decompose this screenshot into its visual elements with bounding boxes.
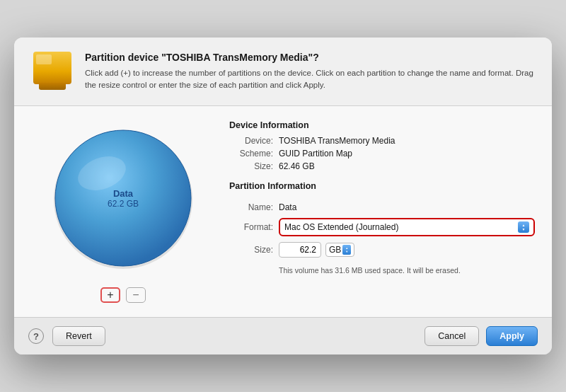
drive-icon	[31, 52, 74, 94]
help-button[interactable]: ?	[28, 328, 44, 344]
pie-chart: Data 62.2 GB	[45, 120, 201, 276]
dialog-title: Partition device "TOSHIBA TransMemory Me…	[85, 52, 535, 63]
scheme-row: Scheme: GUID Partition Map	[229, 149, 535, 158]
chart-area: Data 62.2 GB + −	[31, 120, 215, 303]
dialog-body: Data 62.2 GB + − Device Information Devi…	[14, 106, 552, 317]
dialog-description: Click add (+) to increase the number of …	[85, 67, 535, 92]
format-select-arrow-icon	[518, 221, 529, 233]
footer-right: Cancel Apply	[424, 326, 538, 346]
size-partition-row: Size: GB	[229, 242, 535, 258]
size-unit-select[interactable]: GB	[325, 243, 354, 257]
remove-partition-button[interactable]: −	[126, 287, 146, 303]
partition-dialog: Partition device "TOSHIBA TransMemory Me…	[14, 38, 552, 354]
info-area: Device Information Device: TOSHIBA Trans…	[229, 120, 535, 303]
device-value: TOSHIBA TransMemory Media	[279, 136, 395, 146]
header-text: Partition device "TOSHIBA TransMemory Me…	[85, 52, 535, 92]
format-select-text: Mac OS Extended (Journaled)	[284, 222, 518, 232]
cancel-button[interactable]: Cancel	[424, 326, 479, 346]
size-partition-label: Size:	[229, 245, 279, 255]
size-unit-text: GB	[329, 245, 341, 255]
name-field-label: Name:	[229, 202, 279, 212]
size-info-label: Size:	[229, 161, 279, 171]
dialog-header: Partition device "TOSHIBA TransMemory Me…	[14, 38, 552, 106]
scheme-value: GUID Partition Map	[279, 149, 352, 158]
format-label: Format:	[229, 222, 279, 232]
device-label: Device:	[229, 136, 279, 146]
volume-note: This volume has 31.6 MB used space. It w…	[279, 266, 535, 275]
apply-button[interactable]: Apply	[486, 326, 538, 346]
format-select[interactable]: Mac OS Extended (Journaled)	[279, 218, 535, 236]
device-row: Device: TOSHIBA TransMemory Media	[229, 136, 535, 146]
chart-controls: + −	[100, 287, 146, 303]
partition-name-value: Data	[279, 202, 296, 212]
svg-point-1	[55, 130, 191, 266]
revert-button[interactable]: Revert	[52, 326, 105, 346]
partition-name-row: Name: Data	[229, 202, 535, 212]
size-input[interactable]	[279, 242, 321, 258]
scheme-label: Scheme:	[229, 149, 279, 158]
size-unit-arrow-icon	[342, 245, 351, 255]
format-row: Format: Mac OS Extended (Journaled)	[229, 218, 535, 236]
size-info-row: Size: 62.46 GB	[229, 161, 535, 171]
device-info-title: Device Information	[229, 120, 535, 130]
footer-left: ? Revert	[28, 326, 105, 346]
partition-info-title: Partition Information	[229, 181, 535, 191]
dialog-footer: ? Revert Cancel Apply	[14, 317, 552, 354]
size-info-value: 62.46 GB	[279, 161, 315, 171]
size-input-group: GB	[279, 242, 535, 258]
add-partition-button[interactable]: +	[100, 287, 120, 303]
